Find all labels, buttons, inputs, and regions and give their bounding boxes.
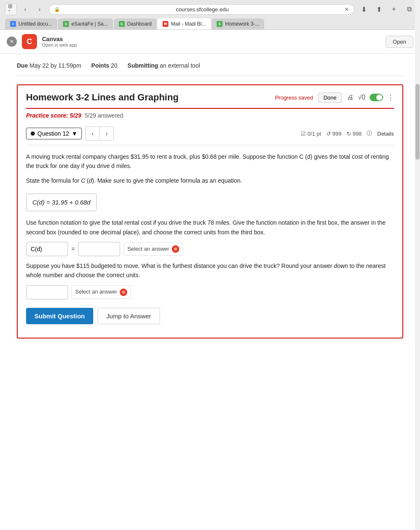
info-icon: ⓘ <box>367 130 372 137</box>
scrollbar[interactable] <box>415 0 420 530</box>
new-tab-icon[interactable]: + <box>388 3 400 15</box>
redo-stat: ↻ 998 <box>346 131 362 137</box>
toggle-switch[interactable] <box>370 94 383 101</box>
sqrt-icon: √0 <box>358 94 365 101</box>
submitting-value: an external tool <box>160 62 200 69</box>
select-answer-2-dropdown[interactable]: Select an answer ⊕ <box>71 285 131 299</box>
homework-header: Homework 3-2 Lines and Graphing Progress… <box>26 92 394 109</box>
address-bar[interactable]: 🔒 courses.sfcollege.edu ✕ <box>49 4 354 15</box>
question-stats: ☑ 0/1 pt ↺ 999 ↻ 998 ⓘ Details <box>301 130 394 137</box>
select-answer-2-label: Select an answer <box>75 288 117 296</box>
checkbox-icon: ☑ <box>301 131 306 137</box>
tab-esantafe[interactable]: S eSantaFe | Sa... <box>58 18 113 29</box>
tab-untitled[interactable]: ≡ Untitled docu... <box>5 18 57 29</box>
windows-icon[interactable]: ⧉ <box>403 3 415 15</box>
tab-label-esantafe: eSantaFe | Sa... <box>71 21 108 27</box>
sidebar-toggle[interactable]: ⊞ ˅ <box>5 3 17 15</box>
progress-saved: Progress saved <box>275 94 313 101</box>
problem-text: A moving truck rental company charges $3… <box>26 152 394 171</box>
practice-score: Practice score: 5/29 <box>26 112 81 119</box>
select-answer-1-icon[interactable]: ⊕ <box>172 245 179 253</box>
submit-question-button[interactable]: Submit Question <box>26 308 93 324</box>
tab-close-icon[interactable]: ✕ <box>344 6 349 13</box>
question-dot <box>31 131 35 136</box>
done-button[interactable]: Done <box>318 92 342 103</box>
submitting-label: Submitting <box>128 62 158 69</box>
tab-favicon-mail: ✉ <box>163 21 168 27</box>
equals-sign: = <box>71 244 75 254</box>
canvas-sub-label: Open in web app <box>42 42 381 47</box>
question-nav: ‹ › <box>85 126 114 141</box>
browser-tabs: ≡ Untitled docu... S eSantaFe | Sa... S … <box>0 18 420 29</box>
notation-input-row: = Select an answer ⊕ <box>26 242 394 256</box>
lock-icon: 🔒 <box>54 7 60 12</box>
points-label: Points <box>91 62 109 69</box>
question-label: Question 12 <box>37 130 69 137</box>
tab-label-dashboard: Dashboard <box>127 21 152 27</box>
homework-container: Homework 3-2 Lines and Graphing Progress… <box>17 84 403 338</box>
budget-answer-input[interactable] <box>26 285 68 299</box>
question-dropdown-icon: ▼ <box>72 130 78 137</box>
notation-function-input[interactable] <box>26 242 68 256</box>
jump-to-answer-button[interactable]: Jump to Answer <box>97 308 160 324</box>
formula-prompt: State the formula for C (d). Make sure t… <box>26 176 394 185</box>
select-answer-2-icon[interactable]: ⊕ <box>120 289 127 296</box>
tab-dashboard[interactable]: S Dashboard <box>114 18 157 29</box>
download-icon[interactable]: ⬇ <box>358 3 370 15</box>
url-text: courses.sfcollege.edu <box>63 6 342 13</box>
select-answer-1-dropdown[interactable]: Select an answer ⊕ <box>123 242 183 256</box>
tab-favicon-esantafe: S <box>63 21 69 27</box>
tab-homework[interactable]: S Homework 3-... <box>212 18 264 29</box>
question-bar: Question 12 ▼ ‹ › ☑ 0/1 pt ↺ 999 ↻ 998 ⓘ… <box>26 122 394 145</box>
tab-favicon-untitled: ≡ <box>10 21 16 27</box>
print-icon[interactable]: 🖨 <box>347 94 354 101</box>
notation-prompt: Use function notation to give the total … <box>26 218 394 237</box>
question-selector[interactable]: Question 12 ▼ <box>26 128 82 139</box>
formula-display: C(d) = 31.95 + 0.68d <box>26 194 97 211</box>
close-banner-button[interactable]: ✕ <box>7 37 17 47</box>
open-in-app-button[interactable]: Open <box>386 36 413 48</box>
canvas-info: Canvas Open in web app <box>42 36 381 47</box>
canvas-logo: C <box>22 34 37 49</box>
tab-mail[interactable]: ✉ Mail - Madi Bl... <box>158 18 211 29</box>
more-options-icon[interactable]: ⋮ <box>387 94 394 102</box>
budget-prompt: Suppose you have $115 budgeted to move. … <box>26 261 394 280</box>
tab-label-homework: Homework 3-... <box>225 21 259 27</box>
points-value: 20 <box>111 62 118 69</box>
canvas-app-name: Canvas <box>42 36 381 42</box>
select-answer-1-label: Select an answer <box>127 245 169 254</box>
undo-stat: ↺ 999 <box>326 131 341 137</box>
share-icon[interactable]: ⬆ <box>373 3 385 15</box>
practice-score-row: Practice score: 5/29 5/29 answered <box>26 112 394 119</box>
assignment-meta: Due May 22 by 11:59pm Points 20 Submitti… <box>17 54 403 76</box>
tab-favicon-homework: S <box>217 21 223 27</box>
notation-answer-input[interactable] <box>78 242 120 256</box>
question-content: A moving truck rental company charges $3… <box>26 145 394 331</box>
page-content: Due May 22 by 11:59pm Points 20 Submitti… <box>0 54 420 338</box>
practice-answered: 5/29 answered <box>85 112 123 119</box>
scrollbar-thumb[interactable] <box>415 84 420 160</box>
canvas-banner: ✕ C Canvas Open in web app Open <box>0 30 420 54</box>
details-link[interactable]: Details <box>377 131 394 137</box>
points-stat: ☑ 0/1 pt <box>301 131 321 137</box>
budget-input-row: Select an answer ⊕ <box>26 285 394 299</box>
next-question-button[interactable]: › <box>100 126 114 141</box>
homework-title: Homework 3-2 Lines and Graphing <box>26 92 270 103</box>
action-buttons: Submit Question Jump to Answer <box>26 308 394 324</box>
back-button[interactable]: ‹ <box>19 3 31 15</box>
tab-label-mail: Mail - Madi Bl... <box>171 21 206 27</box>
hw-header-icons: 🖨 √0 ⋮ <box>347 94 394 102</box>
tab-favicon-dashboard: S <box>119 21 125 27</box>
prev-question-button[interactable]: ‹ <box>85 126 100 141</box>
due-date: May 22 by 11:59pm <box>29 62 81 69</box>
tab-label-untitled: Untitled docu... <box>18 21 52 27</box>
forward-button[interactable]: › <box>34 3 45 15</box>
due-label: Due <box>17 62 28 69</box>
